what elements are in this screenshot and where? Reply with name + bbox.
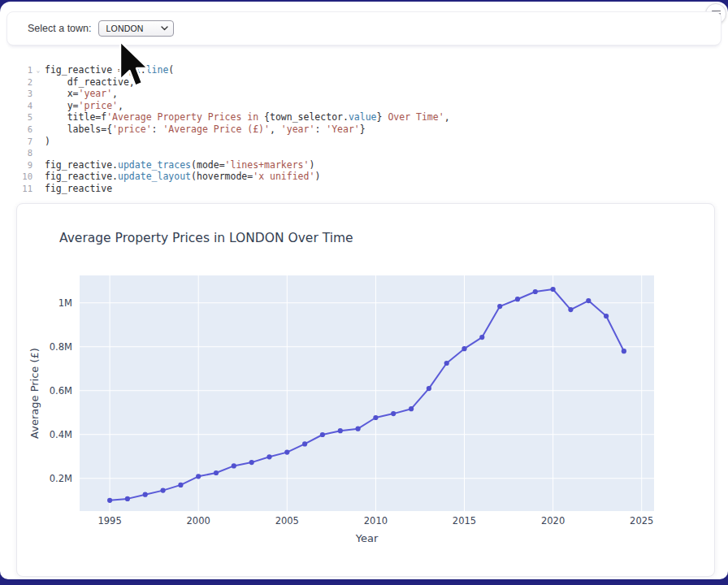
svg-text:Average Price (£): Average Price (£) (28, 348, 41, 439)
svg-text:2005: 2005 (275, 515, 299, 526)
fold-spacer (32, 183, 44, 195)
line-number: 6 (0, 124, 32, 136)
property-price-line-chart[interactable]: 19952000200520102015202020250.2M0.4M0.6M… (17, 204, 714, 574)
fold-chevron-icon[interactable]: ⌄ (32, 64, 44, 76)
code-line: 2 df_reactive, (0, 76, 720, 89)
town-selector-cell: Select a town: LONDON (6, 11, 722, 46)
code-text: x='year', (44, 88, 118, 100)
code-line: 5 title=f'Average Property Prices in {to… (0, 111, 720, 124)
code-line: 9fig_reactive.update_traces(mode='lines+… (0, 159, 720, 171)
line-number: 2 (0, 76, 32, 89)
line-number: 8 (0, 147, 32, 159)
line-number: 10 (0, 171, 32, 183)
notebook-app-card: Select a town: LONDON 1⌄fig_reactive = p… (0, 2, 728, 579)
svg-text:0.2M: 0.2M (50, 473, 72, 484)
line-number: 5 (0, 111, 32, 124)
code-line: 6 labels={'price': 'Average Price (£)', … (0, 124, 720, 136)
fold-spacer (32, 124, 44, 136)
code-line: 7) (0, 136, 720, 148)
svg-text:1995: 1995 (98, 515, 121, 526)
svg-text:Average Property Prices in LON: Average Property Prices in LONDON Over T… (59, 231, 353, 245)
line-number: 1 (0, 64, 32, 76)
fold-spacer (32, 100, 44, 112)
code-text: fig_reactive (44, 183, 112, 195)
code-line: 4 y='price', (0, 100, 720, 112)
code-line: 10fig_reactive.update_layout(hovermode='… (0, 171, 720, 183)
town-dropdown-value: LONDON (106, 24, 144, 33)
code-line: 11fig_reactive (0, 183, 720, 195)
town-dropdown[interactable]: LONDON (98, 20, 174, 37)
line-number: 9 (0, 159, 32, 171)
line-number: 7 (0, 136, 32, 148)
svg-text:0.4M: 0.4M (50, 429, 72, 440)
fold-spacer (32, 76, 44, 89)
chart-output-cell: 19952000200520102015202020250.2M0.4M0.6M… (16, 203, 715, 577)
svg-text:0.8M: 0.8M (50, 341, 72, 353)
line-number: 4 (0, 100, 32, 112)
line-number: 11 (0, 183, 32, 195)
code-text: df_reactive, (44, 76, 135, 89)
town-selector-label: Select a town: (28, 23, 92, 34)
code-text: fig_reactive.update_traces(mode='lines+m… (44, 159, 314, 171)
svg-text:1M: 1M (58, 297, 72, 309)
svg-text:2010: 2010 (364, 515, 388, 526)
svg-text:2020: 2020 (541, 515, 565, 526)
code-text: title=f'Average Property Prices in {town… (44, 111, 450, 124)
code-line: 8 (0, 147, 720, 159)
code-editor[interactable]: 1⌄fig_reactive = px.line(2 df_reactive,3… (0, 64, 720, 195)
chevron-down-icon (161, 26, 168, 31)
line-number: 3 (0, 88, 32, 100)
svg-text:2025: 2025 (630, 515, 653, 526)
svg-text:Year: Year (355, 532, 379, 544)
svg-text:2015: 2015 (453, 515, 476, 526)
code-text: fig_reactive.update_layout(hovermode='x … (44, 171, 320, 183)
fold-spacer (32, 136, 44, 148)
code-text: fig_reactive = px.line( (44, 64, 174, 76)
fold-spacer (32, 171, 44, 183)
fold-spacer (32, 159, 44, 171)
code-text (44, 147, 45, 159)
code-line: 1⌄fig_reactive = px.line( (0, 64, 720, 76)
code-text: ) (44, 136, 50, 148)
fold-spacer (32, 147, 44, 159)
code-line: 3 x='year', (0, 88, 720, 100)
fold-spacer (32, 88, 44, 100)
code-text: y='price', (44, 100, 124, 112)
svg-text:0.6M: 0.6M (50, 385, 72, 396)
code-text: labels={'price': 'Average Price (£)', 'y… (44, 124, 366, 136)
fold-spacer (32, 111, 44, 124)
svg-text:2000: 2000 (187, 515, 210, 526)
